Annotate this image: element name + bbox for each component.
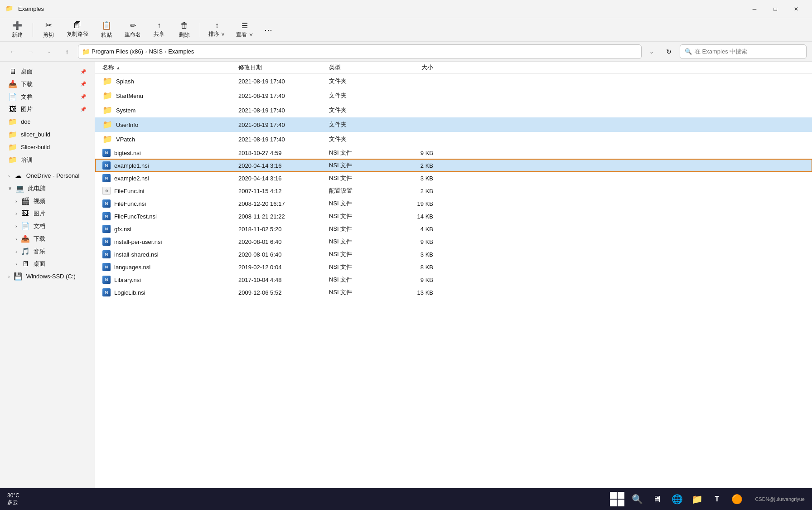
up-button[interactable]: ↑ xyxy=(60,44,74,59)
table-row[interactable]: N example1.nsi 2020-04-14 3:16 NSI 文件 2 … xyxy=(95,159,812,172)
task-view-button[interactable]: 🖥 xyxy=(650,492,664,506)
sidebar-item-music[interactable]: › 🎵 音乐 xyxy=(3,245,92,257)
addr-chevron[interactable]: ⌄ xyxy=(645,44,658,59)
table-row[interactable]: ⚙ FileFunc.ini 2007-11-15 4:12 配置设置 2 KB xyxy=(95,185,812,197)
sidebar-item-this-pc[interactable]: ∨ 💻 此电脑 xyxy=(3,182,92,194)
view-button[interactable]: ☰ 查看 ∨ xyxy=(232,19,257,40)
table-row[interactable]: N install-shared.nsi 2020-08-01 6:40 NSI… xyxy=(95,248,812,261)
file-type: 文件夹 xyxy=(329,77,388,85)
nsi-file-icon: N xyxy=(102,199,111,208)
table-row[interactable]: N gfx.nsi 2018-11-02 5:20 NSI 文件 4 KB xyxy=(95,223,812,235)
minimize-button[interactable]: ─ xyxy=(744,2,765,16)
file-name: N example2.nsi xyxy=(102,174,238,182)
file-size: 19 KB xyxy=(388,200,433,207)
window-controls: ─ □ ✕ xyxy=(744,2,807,16)
share-button[interactable]: ↑ 共享 xyxy=(147,19,171,40)
col-header-size[interactable]: 大小 xyxy=(388,63,433,72)
nsi-file-icon: N xyxy=(102,174,111,182)
windows-ssd-chevron: › xyxy=(8,274,10,279)
sidebar-item-pictures[interactable]: 🖼 图片 📌 xyxy=(3,103,92,115)
nsi-file-icon: N xyxy=(102,225,111,233)
refresh-button[interactable]: ↻ xyxy=(662,44,676,59)
back-button[interactable]: ← xyxy=(5,44,20,59)
address-bar[interactable]: 📁 Program Files (x86) › NSIS › Examples xyxy=(78,44,642,59)
file-type: 文件夹 xyxy=(329,135,388,143)
table-row[interactable]: 📁 System 2021-08-19 17:40 文件夹 xyxy=(95,103,812,117)
table-row[interactable]: 📁 VPatch 2021-08-19 17:40 文件夹 xyxy=(95,132,812,146)
file-type: 配置设置 xyxy=(329,187,388,195)
sidebar-item-windows-ssd[interactable]: › 💾 Windows-SSD (C:) xyxy=(3,270,92,282)
table-row[interactable]: N Library.nsi 2017-10-04 4:48 NSI 文件 9 K… xyxy=(95,273,812,286)
table-row[interactable]: N example2.nsi 2020-04-14 3:16 NSI 文件 3 … xyxy=(95,172,812,185)
col-header-name[interactable]: 名称 ▲ xyxy=(102,63,238,72)
pictures-icon: 🖼 xyxy=(8,105,17,113)
col-header-type[interactable]: 类型 xyxy=(329,63,388,72)
edge-browser-icon[interactable]: 🌐 xyxy=(670,492,684,506)
table-row[interactable]: N install-per-user.nsi 2020-08-01 6:40 N… xyxy=(95,235,812,248)
search-icon: 🔍 xyxy=(685,48,692,55)
file-type: NSI 文件 xyxy=(329,161,388,170)
search-input[interactable] xyxy=(695,48,802,55)
delete-button[interactable]: 🗑 删除 xyxy=(173,19,196,41)
file-explorer-taskbar-icon[interactable]: 📁 xyxy=(690,492,704,506)
sidebar-item-slicer-build[interactable]: 📁 slicer_build xyxy=(3,128,92,141)
search-bar[interactable]: 🔍 xyxy=(680,44,807,59)
maximize-button[interactable]: □ xyxy=(765,2,786,16)
sidebar-item-slicer-build2[interactable]: 📁 Slicer-build xyxy=(3,141,92,153)
ini-file-icon: ⚙ xyxy=(102,187,111,195)
file-date: 2019-02-12 0:04 xyxy=(238,264,329,271)
addr-part-1: Program Files (x86) xyxy=(92,48,143,55)
more-button[interactable]: ⋯ xyxy=(260,23,277,37)
sidebar-item-downloads[interactable]: 📥 下载 📌 xyxy=(3,78,92,90)
file-name: N LogicLib.nsi xyxy=(102,288,238,296)
sort-button[interactable]: ↕ 排序 ∨ xyxy=(204,19,230,40)
rename-button[interactable]: ✏ 重命名 xyxy=(120,19,145,40)
new-label: 新建 xyxy=(12,31,23,39)
share-label: 共享 xyxy=(154,30,164,38)
typora-icon[interactable]: T xyxy=(710,492,724,506)
table-row[interactable]: N bigtest.nsi 2018-10-27 4:59 NSI 文件 9 K… xyxy=(95,146,812,159)
table-row[interactable]: N languages.nsi 2019-02-12 0:04 NSI 文件 8… xyxy=(95,261,812,273)
folder-icon: 📁 xyxy=(102,120,112,130)
sidebar-item-downloads-tree[interactable]: › 📥 下载 xyxy=(3,233,92,245)
table-row[interactable]: 📁 UserInfo 2021-08-19 17:40 文件夹 xyxy=(95,117,812,132)
col-header-date[interactable]: 修改日期 xyxy=(238,63,329,72)
start-button[interactable] xyxy=(610,492,624,506)
table-row[interactable]: N FileFunc.nsi 2008-12-20 16:17 NSI 文件 1… xyxy=(95,197,812,210)
file-type: NSI 文件 xyxy=(329,276,388,284)
title-bar: 📁 Examples ─ □ ✕ xyxy=(0,0,812,18)
sidebar-item-documents-tree[interactable]: › 📄 文档 xyxy=(3,220,92,232)
csdn-icon[interactable]: 🟠 xyxy=(730,492,744,506)
file-size: 13 KB xyxy=(388,289,433,296)
table-row[interactable]: N FileFuncTest.nsi 2008-11-21 21:22 NSI … xyxy=(95,210,812,223)
search-taskbar-button[interactable]: 🔍 xyxy=(630,492,644,506)
cut-button[interactable]: ✂ 剪切 xyxy=(37,19,60,41)
paste-button[interactable]: 📋 粘贴 xyxy=(95,19,118,41)
forward-button[interactable]: → xyxy=(24,44,38,59)
sidebar-item-onedrive[interactable]: › ☁ OneDrive - Personal xyxy=(3,170,92,182)
new-button[interactable]: ➕ 新建 xyxy=(5,19,29,41)
address-bar-row: ← → ⌄ ↑ 📁 Program Files (x86) › NSIS › E… xyxy=(0,42,812,62)
music-chevron: › xyxy=(15,249,17,254)
close-button[interactable]: ✕ xyxy=(786,2,807,16)
table-row[interactable]: N LogicLib.nsi 2009-12-06 5:52 NSI 文件 13… xyxy=(95,286,812,299)
sidebar-item-videos[interactable]: › 🎬 视频 xyxy=(3,195,92,207)
sidebar-item-desktop-tree[interactable]: › 🖥 桌面 xyxy=(3,258,92,270)
sidebar-item-doc[interactable]: 📁 doc xyxy=(3,116,92,128)
sidebar-item-pictures-tree[interactable]: › 🖼 图片 xyxy=(3,208,92,219)
sidebar-label-doc: doc xyxy=(21,118,87,125)
sidebar-item-training[interactable]: 📁 培训 xyxy=(3,154,92,166)
file-type: NSI 文件 xyxy=(329,199,388,208)
table-row[interactable]: 📁 Splash 2021-08-19 17:40 文件夹 xyxy=(95,74,812,88)
file-date: 2021-08-19 17:40 xyxy=(238,107,329,114)
file-date: 2020-08-01 6:40 xyxy=(238,238,329,245)
table-row[interactable]: 📁 StartMenu 2021-08-19 17:40 文件夹 xyxy=(95,88,812,103)
file-name: N example1.nsi xyxy=(102,161,238,170)
sidebar-item-documents[interactable]: 📄 文档 📌 xyxy=(3,91,92,103)
recent-button[interactable]: ⌄ xyxy=(42,44,56,59)
copy-path-button[interactable]: 🗐 复制路径 xyxy=(62,19,93,40)
sidebar-item-desktop[interactable]: 🖥 桌面 📌 xyxy=(3,66,92,78)
folder-icon: 📁 xyxy=(102,134,112,144)
file-size: 3 KB xyxy=(388,251,433,258)
more-icon: ⋯ xyxy=(264,25,272,35)
